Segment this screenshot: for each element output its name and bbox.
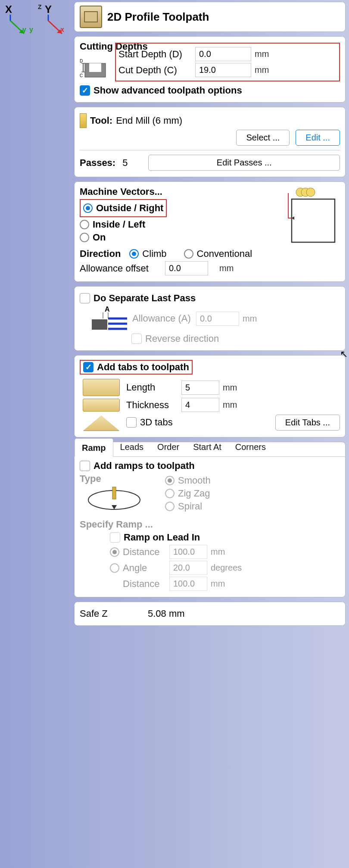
select-tool-button[interactable]: Select ...	[236, 130, 290, 146]
tab-length-input[interactable]	[181, 381, 219, 395]
vectors-inside-radio[interactable]	[80, 220, 89, 229]
svg-text:C: C	[80, 73, 83, 78]
tab-order[interactable]: Order	[150, 438, 186, 456]
ramp-distance-label: Distance	[123, 546, 166, 558]
ramp-angle-input	[169, 561, 207, 575]
ramp-smooth-label: Smooth	[178, 475, 211, 486]
last-pass-icon: A	[90, 306, 129, 331]
page-title: 2D Profile Toolpath	[107, 10, 209, 24]
tab-length-label: Length	[126, 382, 178, 393]
tab-3d-icon	[80, 414, 123, 431]
ramp-ellipse-icon	[80, 484, 149, 515]
axis-z-label: Z	[38, 3, 42, 10]
panel-machine-vectors: Machine Vectors... Outside / Right Insid…	[74, 181, 346, 282]
tab-leads[interactable]: Leads	[113, 438, 151, 456]
tab-start-at[interactable]: Start At	[186, 438, 228, 456]
tab-thickness-input[interactable]	[181, 398, 219, 412]
edit-passes-button[interactable]: Edit Passes ...	[148, 155, 340, 171]
safe-z-label: Safe Z	[80, 608, 144, 619]
tool-icon	[80, 113, 87, 128]
direction-climb-label: Climb	[142, 248, 166, 259]
ramp-zigzag-label: Zig Zag	[178, 488, 210, 499]
ramp-distance2-unit: mm	[211, 579, 225, 589]
tab-thickness-label: Thickness	[126, 400, 178, 411]
panel-ramp: Ramp Leads Order Start At Corners Add ra…	[74, 442, 346, 597]
ramp-angle-label: Angle	[123, 562, 166, 574]
vectors-inside-label: Inside / Left	[93, 219, 145, 230]
tab-length-unit: mm	[223, 383, 237, 393]
tab-ramp[interactable]: Ramp	[75, 438, 113, 457]
safe-z-value: 5.08 mm	[148, 608, 185, 619]
direction-climb-radio[interactable]	[129, 249, 139, 259]
edit-tool-button[interactable]: Edit ...	[296, 130, 340, 146]
svg-rect-26	[112, 487, 116, 499]
ramp-on-lead-label: Ramp on Lead In	[124, 532, 200, 543]
direction-conventional-radio[interactable]	[184, 249, 193, 259]
tab-corners[interactable]: Corners	[228, 438, 273, 456]
panel-last-pass: Do Separate Last Pass A Allowance (A) mm	[74, 286, 346, 351]
direction-label: Direction	[80, 248, 121, 259]
svg-rect-7	[89, 63, 101, 72]
vectors-outside-radio[interactable]	[83, 203, 93, 213]
ramp-type-label: Type	[80, 473, 162, 484]
vector-diagram-icon	[275, 186, 340, 247]
ramp-distance-radio	[110, 547, 119, 557]
separate-last-pass-label: Do Separate Last Pass	[93, 293, 196, 304]
panel-cutting-depths: Cutting Depths D C Start Depth (D) mm	[74, 36, 346, 103]
direction-conventional-label: Conventional	[197, 248, 252, 259]
start-depth-label: Start Depth (D)	[118, 49, 192, 60]
specify-ramp-label: Specify Ramp ...	[80, 519, 340, 530]
add-ramps-checkbox[interactable]	[80, 461, 90, 471]
3d-tabs-checkbox[interactable]	[126, 417, 137, 428]
edit-tabs-button[interactable]: Edit Tabs ...	[275, 415, 340, 431]
ramp-on-lead-checkbox	[110, 532, 120, 543]
show-advanced-label: Show advanced toolpath options	[93, 85, 242, 96]
axis-indicator: X Z Y y y x	[2, 3, 62, 37]
axis-y-sub: y	[22, 26, 26, 34]
axis-x-sub: x	[60, 26, 64, 34]
allowance-offset-unit: mm	[219, 263, 234, 273]
panel-header: 2D Profile Toolpath	[74, 2, 346, 32]
ramp-distance2-input	[169, 577, 207, 591]
3d-tabs-label: 3D tabs	[140, 417, 173, 428]
axis-y-sub2: y	[29, 26, 33, 34]
panel-add-tabs: Add tabs to toolpath Length mm Thickness…	[74, 355, 346, 437]
start-depth-input[interactable]	[195, 47, 251, 61]
machine-vectors-heading: Machine Vectors...	[80, 186, 272, 197]
start-depth-unit: mm	[255, 49, 269, 59]
separate-last-pass-checkbox[interactable]	[80, 293, 90, 303]
ramp-distance-input	[169, 545, 207, 559]
ramp-angle-radio	[110, 563, 119, 573]
ramp-distance-unit: mm	[211, 547, 225, 557]
tab-thickness-icon	[80, 399, 123, 412]
ramp-spiral-radio	[165, 502, 174, 511]
svg-text:A: A	[105, 306, 110, 313]
passes-value: 5	[122, 157, 128, 169]
last-pass-allowance-input	[196, 312, 239, 326]
panel-tool: Tool: End Mill (6 mm) Select ... Edit ..…	[74, 107, 346, 177]
reverse-direction-checkbox	[131, 334, 142, 344]
last-pass-allowance-label: Allowance (A)	[132, 313, 193, 324]
cut-depth-label: Cut Depth (C)	[118, 65, 192, 76]
tab-thickness-unit: mm	[223, 400, 237, 410]
allowance-offset-input[interactable]	[165, 261, 208, 275]
svg-text:D: D	[80, 59, 83, 63]
profile-toolpath-icon	[80, 6, 102, 28]
svg-rect-13	[292, 199, 335, 242]
cut-depth-input[interactable]	[195, 63, 251, 77]
tab-length-icon	[80, 379, 123, 396]
svg-rect-19	[92, 319, 107, 330]
vectors-on-radio[interactable]	[80, 233, 89, 242]
cutting-depth-icon: D C	[80, 54, 111, 81]
ramp-spiral-label: Spiral	[178, 501, 202, 512]
ramp-smooth-radio	[165, 476, 174, 485]
svg-point-16	[306, 188, 315, 197]
vectors-on-label: On	[93, 232, 106, 243]
ramp-distance2-label: Distance	[123, 578, 166, 590]
add-tabs-checkbox[interactable]	[83, 362, 93, 372]
reverse-direction-label: Reverse direction	[145, 333, 219, 344]
show-advanced-checkbox[interactable]	[80, 85, 90, 96]
cut-depth-unit: mm	[255, 65, 269, 75]
ramp-zigzag-radio	[165, 489, 174, 498]
tool-name: End Mill (6 mm)	[116, 115, 182, 126]
